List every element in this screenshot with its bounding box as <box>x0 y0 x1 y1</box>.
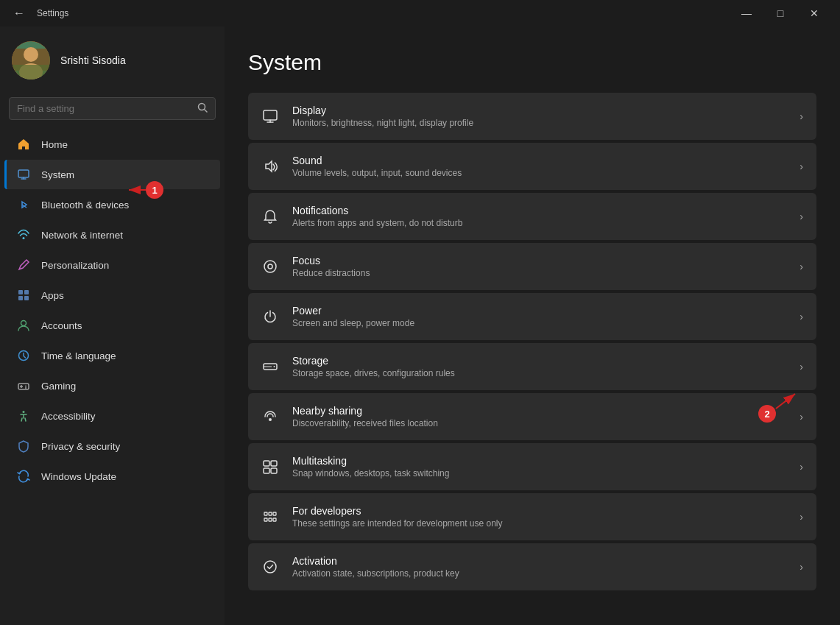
accounts-icon <box>16 318 31 333</box>
sidebar-item-label-apps: Apps <box>41 290 64 301</box>
privacy-icon <box>16 439 31 453</box>
developers-subtitle: These settings are intended for developm… <box>292 518 786 529</box>
setting-row-power[interactable]: Power Screen and sleep, power mode › <box>248 293 816 340</box>
apps-icon <box>16 288 31 303</box>
setting-row-display[interactable]: Display Monitors, brightness, night ligh… <box>248 93 816 140</box>
activation-icon <box>261 558 279 576</box>
user-name: Srishti Sisodia <box>60 54 126 66</box>
svg-line-7 <box>205 110 208 113</box>
title-bar-left: ← Settings <box>9 5 68 21</box>
close-button[interactable]: ✕ <box>797 0 831 27</box>
sound-title: Sound <box>292 155 786 166</box>
power-text: Power Screen and sleep, power mode <box>292 305 786 328</box>
svg-rect-40 <box>273 512 276 515</box>
notifications-icon <box>261 208 279 225</box>
sidebar-item-apps[interactable]: Apps <box>4 280 220 310</box>
setting-row-focus[interactable]: Focus Reduce distractions › <box>248 243 816 290</box>
gaming-icon <box>16 378 31 393</box>
minimize-button[interactable]: — <box>730 0 763 27</box>
time-icon <box>16 348 31 363</box>
sidebar-item-time[interactable]: Time & language <box>4 341 220 370</box>
svg-rect-8 <box>18 170 29 177</box>
svg-rect-12 <box>18 290 23 294</box>
power-title: Power <box>292 305 786 317</box>
bluetooth-icon <box>16 197 31 212</box>
svg-rect-41 <box>264 518 267 521</box>
sidebar-item-label-time: Time & language <box>41 350 116 361</box>
storage-icon <box>261 358 279 375</box>
sidebar-item-system[interactable]: System <box>4 160 220 189</box>
home-icon <box>16 137 31 152</box>
setting-row-storage[interactable]: Storage Storage space, drives, configura… <box>248 343 816 390</box>
sound-icon <box>261 158 279 175</box>
display-title: Display <box>292 105 786 116</box>
focus-chevron: › <box>800 261 803 272</box>
sidebar-item-bluetooth[interactable]: Bluetooth & devices <box>4 190 220 219</box>
sidebar-item-accounts[interactable]: Accounts <box>4 311 220 340</box>
sound-subtitle: Volume levels, output, input, sound devi… <box>292 168 786 178</box>
svg-point-44 <box>264 561 276 573</box>
user-profile[interactable]: Srishti Sisodia <box>0 27 225 91</box>
multitasking-title: Multitasking <box>292 455 786 467</box>
setting-row-activation[interactable]: Activation Activation state, subscriptio… <box>248 543 816 590</box>
focus-subtitle: Reduce distractions <box>292 268 786 278</box>
svg-point-28 <box>264 261 276 272</box>
personalization-icon <box>16 258 31 272</box>
svg-rect-14 <box>18 296 23 300</box>
svg-rect-36 <box>264 468 269 473</box>
update-icon <box>16 469 31 484</box>
search-container <box>0 91 225 129</box>
setting-row-nearby[interactable]: Nearby sharing Discoverability, received… <box>248 393 816 440</box>
sidebar-item-gaming[interactable]: Gaming <box>4 371 220 400</box>
maximize-button[interactable]: □ <box>763 0 797 27</box>
setting-row-notifications[interactable]: Notifications Alerts from apps and syste… <box>248 193 816 240</box>
page-title: System <box>248 50 816 75</box>
sidebar-item-update[interactable]: Windows Update <box>4 462 220 491</box>
search-input[interactable] <box>17 103 191 114</box>
svg-point-33 <box>269 418 272 421</box>
nav-menu: Home System <box>0 129 225 492</box>
svg-rect-24 <box>264 110 277 120</box>
setting-row-sound[interactable]: Sound Volume levels, output, input, soun… <box>248 143 816 190</box>
network-icon <box>16 227 31 242</box>
multitasking-subtitle: Snap windows, desktops, task switching <box>292 468 786 479</box>
sidebar-item-privacy[interactable]: Privacy & security <box>4 431 220 461</box>
multitasking-icon <box>261 458 279 476</box>
sidebar-item-label-privacy: Privacy & security <box>41 441 120 452</box>
developers-title: For developers <box>292 505 786 517</box>
sidebar: Srishti Sisodia <box>0 27 225 625</box>
svg-rect-37 <box>271 468 277 473</box>
app-container: Srishti Sisodia <box>0 27 840 625</box>
nearby-title: Nearby sharing <box>292 405 786 417</box>
title-bar-title: Settings <box>37 8 68 18</box>
display-subtitle: Monitors, brightness, night light, displ… <box>292 118 786 128</box>
display-icon <box>261 107 279 125</box>
setting-row-developers[interactable]: For developers These settings are intend… <box>248 493 816 540</box>
storage-chevron: › <box>800 361 803 372</box>
svg-point-16 <box>21 321 27 326</box>
storage-subtitle: Storage space, drives, configuration rul… <box>292 368 786 378</box>
multitasking-text: Multitasking Snap windows, desktops, tas… <box>292 455 786 479</box>
title-bar-controls: — □ ✕ <box>730 0 831 27</box>
focus-icon <box>261 258 279 275</box>
svg-point-3 <box>24 47 38 62</box>
sidebar-item-home[interactable]: Home <box>4 130 220 159</box>
setting-row-multitasking[interactable]: Multitasking Snap windows, desktops, tas… <box>248 443 816 490</box>
svg-rect-15 <box>24 296 29 300</box>
content-area: System Display Monitors, brightness, nig… <box>225 27 840 625</box>
power-subtitle: Screen and sleep, power mode <box>292 318 786 328</box>
search-icon <box>197 102 208 115</box>
sidebar-item-personalization[interactable]: Personalization <box>4 250 220 280</box>
power-icon <box>261 308 279 325</box>
display-text: Display Monitors, brightness, night ligh… <box>292 105 786 128</box>
back-button[interactable]: ← <box>9 5 29 21</box>
notifications-title: Notifications <box>292 205 786 216</box>
svg-point-21 <box>25 386 27 387</box>
sidebar-item-label-system: System <box>41 169 74 180</box>
sidebar-item-accessibility[interactable]: Accessibility <box>4 401 220 431</box>
sidebar-item-network[interactable]: Network & internet <box>4 220 220 250</box>
sidebar-item-label-home: Home <box>41 139 68 150</box>
sidebar-item-label-gaming: Gaming <box>41 381 76 392</box>
search-box[interactable] <box>9 97 216 120</box>
activation-chevron: › <box>800 561 803 573</box>
